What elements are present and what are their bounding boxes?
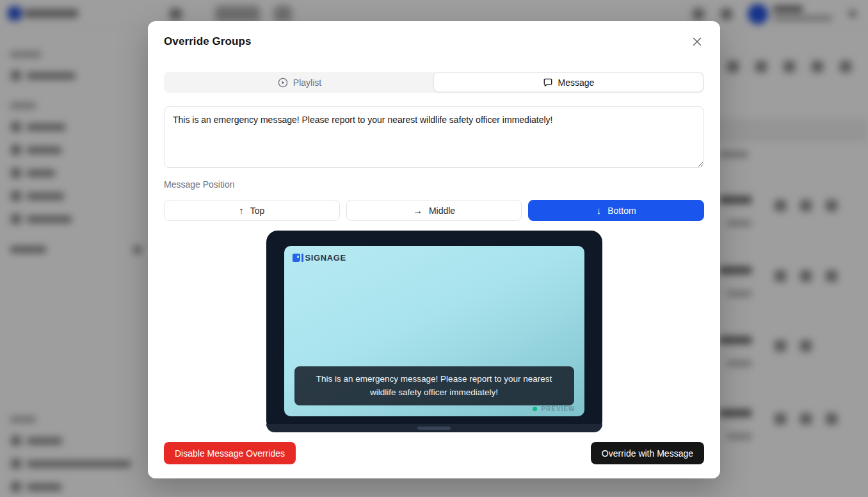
pisignage-logo: SIGNAGE [293, 253, 346, 263]
modal-title: Override Groups [164, 35, 252, 48]
tab-message-label: Message [558, 77, 595, 88]
signage-preview-tv: SIGNAGE This is an emergency message! Pl… [266, 231, 602, 432]
disable-message-overrides-button[interactable]: Disable Message Overrides [164, 442, 296, 464]
override-type-tabs: Playlist Message [164, 72, 704, 93]
close-button[interactable] [690, 35, 704, 49]
pisignage-logo-icon [293, 254, 300, 262]
message-textarea[interactable]: This is an emergency message! Please rep… [164, 106, 704, 168]
position-bottom-label: Bottom [607, 206, 636, 216]
modal-footer: Disable Message Overrides Override with … [164, 442, 704, 464]
message-position-label: Message Position [164, 179, 704, 190]
tab-message[interactable]: Message [434, 73, 703, 92]
signage-preview-screen: SIGNAGE This is an emergency message! Pl… [284, 246, 584, 416]
tv-stand-notch [417, 427, 451, 430]
position-middle-label: Middle [429, 206, 455, 216]
position-top-button[interactable]: ↑ Top [164, 200, 340, 221]
position-top-label: Top [250, 206, 265, 216]
arrow-up-icon: ↑ [239, 206, 244, 215]
tv-stand [266, 424, 602, 432]
preview-message-text: This is an emergency message! Please rep… [309, 373, 560, 399]
position-bottom-button[interactable]: ↓ Bottom [528, 200, 704, 221]
preview-status-label: PREVIEW [541, 405, 575, 412]
tab-playlist-label: Playlist [293, 77, 321, 88]
modal-header: Override Groups [164, 35, 704, 48]
pisignage-logo-text: SIGNAGE [305, 253, 346, 263]
position-middle-button[interactable]: → Middle [346, 200, 522, 221]
chat-bubble-icon [543, 77, 553, 88]
override-groups-modal: Override Groups Playlist Message This is… [148, 21, 720, 478]
arrow-right-icon: → [413, 206, 422, 215]
tab-playlist[interactable]: Playlist [165, 73, 434, 92]
override-with-message-button[interactable]: Override with Message [591, 442, 704, 464]
status-dot-icon [533, 407, 537, 411]
close-icon [693, 37, 702, 46]
preview-status: PREVIEW [533, 405, 575, 412]
preview-message-banner: This is an emergency message! Please rep… [294, 366, 574, 405]
arrow-down-icon: ↓ [597, 206, 602, 215]
play-circle-icon [278, 77, 288, 88]
message-position-options: ↑ Top → Middle ↓ Bottom [164, 200, 704, 221]
